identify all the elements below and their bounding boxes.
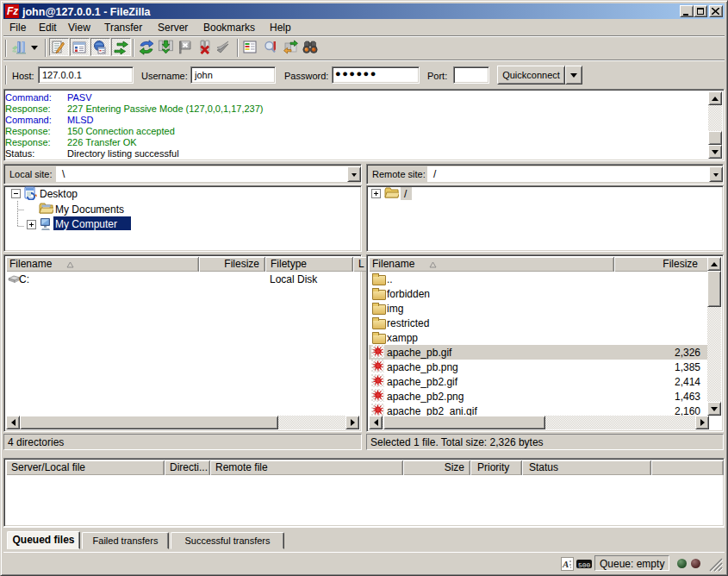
svg-text:A: A — [562, 559, 569, 569]
svg-text:500: 500 — [578, 561, 591, 569]
svg-text:Fz: Fz — [7, 5, 18, 17]
